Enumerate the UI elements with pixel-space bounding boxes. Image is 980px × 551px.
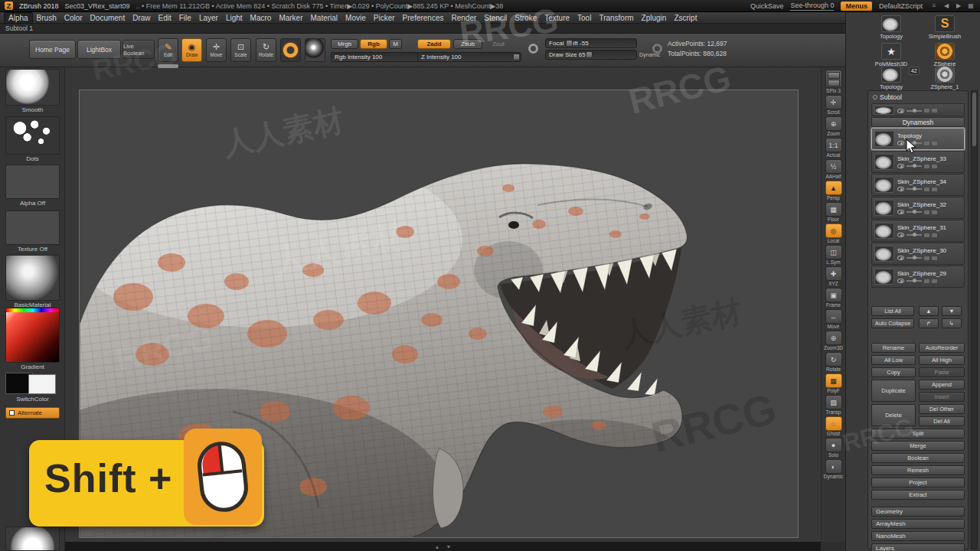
zcut-button[interactable]: Zcut	[485, 39, 511, 49]
menu-light[interactable]: Light	[222, 13, 247, 23]
menu-movie[interactable]: Movie	[341, 13, 370, 23]
visibility-eye-icon[interactable]	[897, 233, 904, 237]
shelf-solo-button[interactable]: ●Solo	[823, 438, 844, 458]
mini-slider-icon[interactable]	[906, 234, 922, 236]
arrow-up-icon-button[interactable]: ▲	[919, 306, 939, 316]
brush-smooth-thumbnail[interactable]	[5, 69, 60, 106]
uv-icon[interactable]	[932, 165, 937, 168]
menu-material[interactable]: Material	[307, 13, 342, 23]
del-all-button[interactable]: Del All	[919, 416, 965, 426]
panel-scrollbar[interactable]	[971, 90, 978, 549]
visibility-eye-icon[interactable]	[897, 279, 904, 283]
paste-button[interactable]: Paste	[919, 367, 965, 377]
shelf-ghost-button[interactable]: ◌Ghost	[823, 416, 844, 437]
scale-mode-button[interactable]: ⊡ Scale	[230, 38, 251, 62]
remesh-button[interactable]: Remesh	[871, 465, 965, 475]
menu-stencil[interactable]: Stencil	[480, 13, 511, 23]
autoreorder-button[interactable]: AutoReorder	[919, 343, 965, 353]
move-mode-button[interactable]: ✛ Move	[206, 38, 227, 62]
shelf-rotate-button[interactable]: ↻Rotate	[823, 352, 844, 373]
polypaint-icon[interactable]	[924, 210, 929, 214]
shelf-move-button[interactable]: ↔Move	[823, 309, 844, 330]
tool-slot-current[interactable]: Topology	[866, 15, 916, 40]
subtool-row-skin_zsphere_31[interactable]: Skin_ZSphere_31	[871, 220, 965, 242]
window-control-icon-3[interactable]: ▦	[966, 2, 975, 9]
zadd-button[interactable]: Zadd	[417, 39, 451, 49]
split-button[interactable]: Split	[871, 429, 965, 439]
edit-mode-button[interactable]: ✎ Edit	[158, 38, 178, 62]
slider-handle[interactable]	[566, 40, 573, 47]
insert-button[interactable]: Insert	[919, 392, 965, 402]
polypaint-icon[interactable]	[924, 187, 929, 191]
shelf-floor-button[interactable]: ▦Floor	[823, 202, 844, 223]
section-nanomesh[interactable]: NanoMesh	[871, 531, 965, 541]
polypaint-icon[interactable]	[924, 109, 929, 112]
polypaint-icon[interactable]	[924, 279, 929, 283]
mini-slider-icon[interactable]	[906, 110, 922, 112]
slider-handle[interactable]	[513, 54, 520, 60]
tab-subtool-1[interactable]: Subtool 1	[5, 24, 33, 32]
stroke-dots-thumbnail[interactable]	[5, 116, 60, 155]
collapse-a-icon-button[interactable]: ↱	[919, 318, 939, 328]
menu-preferences[interactable]: Preferences	[399, 13, 448, 23]
side-brush-smooth[interactable]: Smooth	[5, 69, 60, 113]
m-button[interactable]: M	[389, 39, 402, 49]
window-control-icon-1[interactable]: ◀	[942, 2, 951, 9]
arrow-down-icon-button[interactable]: ▼	[942, 306, 962, 316]
menu-zplugin[interactable]: Zplugin	[638, 13, 671, 23]
tool-slot-simplebrush[interactable]: S SimpleBrush	[920, 15, 970, 40]
shelf-frame-button[interactable]: ▣Frame	[823, 288, 844, 308]
menu-render[interactable]: Render	[448, 13, 481, 23]
rename-button[interactable]: Rename	[871, 343, 916, 353]
uv-icon[interactable]	[932, 187, 937, 191]
side-material-basic[interactable]: BasicMaterial	[5, 255, 60, 308]
side-color-gradient[interactable]: Gradient	[5, 308, 60, 370]
z-intensity-slider[interactable]: Z Intensity 100	[417, 52, 521, 62]
shelf-lsym-button[interactable]: ◫L.Sym	[823, 245, 844, 266]
polypaint-icon[interactable]	[924, 233, 929, 237]
alpha-off-thumbnail[interactable]	[5, 165, 60, 199]
menu-macro[interactable]: Macro	[247, 13, 276, 23]
mini-slider-icon[interactable]	[906, 211, 922, 213]
shelf-persp-button[interactable]: ▲Persp	[823, 181, 844, 201]
uv-icon[interactable]	[932, 109, 937, 112]
merge-button[interactable]: Merge	[871, 441, 965, 451]
focal-shift-slider[interactable]: Focal Shift -55	[545, 38, 637, 48]
visibility-eye-icon[interactable]	[897, 210, 904, 214]
draw-mode-button[interactable]: ◉ Draw	[181, 38, 202, 62]
lightbox-button[interactable]: LightBox	[77, 40, 121, 59]
white-swatch[interactable]	[28, 374, 56, 394]
subtool-row-skin_zsphere_29[interactable]: Skin_ZSphere_29	[871, 266, 965, 288]
menu-edit[interactable]: Edit	[155, 13, 175, 23]
subtool-row-skin_zsphere_30[interactable]: Skin_ZSphere_30	[871, 243, 965, 265]
uv-icon[interactable]	[932, 142, 937, 145]
canvas-scroll-bar[interactable]: ▲ ▼	[65, 542, 821, 551]
side-alternate[interactable]: Alternate	[5, 407, 60, 419]
see-through-slider[interactable]: See-through 0	[790, 2, 834, 11]
rgb-button[interactable]: Rgb	[360, 39, 387, 49]
uv-icon[interactable]	[932, 210, 937, 214]
shelf-local-button[interactable]: ◎Local	[823, 223, 844, 244]
current-brush-icon[interactable]	[280, 38, 301, 62]
menus-button[interactable]: Menus	[841, 2, 872, 11]
delete-button[interactable]: Delete	[871, 404, 916, 426]
collapse-b-icon-button[interactable]: ↳	[942, 318, 962, 328]
menu-color[interactable]: Color	[60, 13, 87, 23]
zsub-button[interactable]: Zsub	[453, 39, 482, 49]
tool-slot-zsphere[interactable]: ZSphere	[920, 43, 970, 67]
mini-slider-icon[interactable]	[906, 257, 922, 259]
color-gradient-thumbnail[interactable]	[5, 308, 60, 363]
side-texture-off[interactable]: Texture Off	[5, 210, 60, 253]
all-high-button[interactable]: All High	[919, 355, 965, 365]
menu-alpha[interactable]: Alpha	[4, 12, 33, 24]
rotate-mode-button[interactable]: ↻ Rotate	[256, 38, 276, 62]
subtool-row-partial[interactable]	[871, 103, 965, 116]
mrgb-button[interactable]: Mrgb	[331, 39, 358, 49]
menu-document[interactable]: Document	[87, 13, 129, 23]
tool-slot-topology[interactable]: 42 Topology	[866, 66, 916, 90]
extract-button[interactable]: Extract	[871, 490, 965, 500]
menu-layer[interactable]: Layer	[195, 13, 222, 23]
visibility-eye-icon[interactable]	[897, 187, 904, 191]
menu-transform[interactable]: Transform	[595, 13, 637, 23]
shelf-transp-button[interactable]: ▨Transp	[823, 395, 844, 416]
